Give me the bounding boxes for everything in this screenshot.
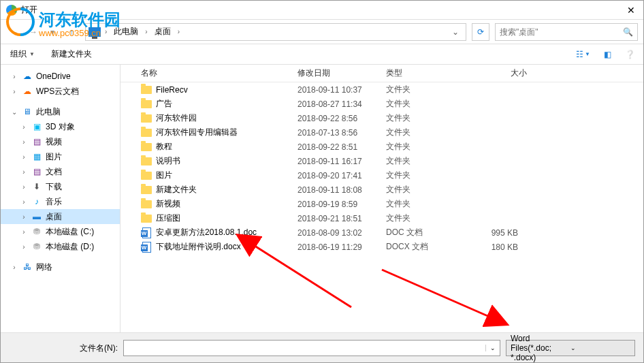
- sidebar-item-label: 图片: [46, 151, 62, 163]
- breadcrumb-thispc[interactable]: 此电脑: [111, 25, 141, 39]
- help-button[interactable]: ❔: [624, 48, 637, 61]
- file-row[interactable]: 新建文件夹2018-09-11 18:08文件夹: [120, 183, 643, 197]
- search-icon[interactable]: 🔍: [623, 27, 633, 37]
- sidebar-item-net[interactable]: ›🖧网络: [1, 259, 120, 274]
- sidebar-item-label: OneDrive: [36, 72, 71, 81]
- filename-input[interactable]: [124, 343, 485, 353]
- col-name[interactable]: 名称: [137, 67, 293, 79]
- expand-icon[interactable]: ›: [20, 213, 28, 221]
- file-type: 文件夹: [382, 112, 464, 124]
- newfolder-button[interactable]: 新建文件夹: [48, 47, 95, 61]
- sidebar-item-3d[interactable]: ›▣3D 对象: [1, 119, 120, 134]
- recent-dropdown[interactable]: ▾: [44, 24, 61, 40]
- sidebar-item-label: 桌面: [46, 211, 62, 223]
- file-name: 图片: [156, 170, 172, 181]
- toolbar: 组织 ▼ 新建文件夹 ☷ ▼ ◧ ❔: [1, 44, 643, 65]
- file-size: 180 KB: [464, 242, 532, 252]
- folder-icon: [141, 170, 152, 181]
- onedrive-icon: ☁: [21, 71, 33, 82]
- sidebar-item-label: 本地磁盘 (D:): [46, 241, 94, 253]
- file-type-filter[interactable]: Word Files(*.doc; *.docx) ⌄: [506, 340, 635, 356]
- file-name: 广告: [156, 98, 172, 110]
- expand-icon[interactable]: ›: [20, 153, 28, 161]
- sidebar-item-video[interactable]: ›▤视频: [1, 134, 120, 149]
- preview-pane[interactable]: ◧: [602, 48, 613, 61]
- expand-icon[interactable]: ›: [20, 138, 28, 146]
- pc-icon: [88, 27, 101, 37]
- file-row[interactable]: 河东软件园2018-09-22 8:56文件夹: [120, 111, 643, 125]
- file-row[interactable]: 河东软件园专用编辑器2018-07-13 8:56文件夹: [120, 125, 643, 140]
- col-size[interactable]: 大小: [464, 67, 532, 79]
- file-type: 文件夹: [382, 212, 464, 224]
- sidebar-item-wps[interactable]: ›☁WPS云文档: [1, 84, 120, 99]
- sidebar-item-onedrive[interactable]: ›☁OneDrive: [1, 69, 120, 84]
- sidebar-item-desktop[interactable]: ›▬桌面: [1, 209, 120, 224]
- file-date: 2018-09-21 18:51: [293, 214, 382, 223]
- expand-icon[interactable]: ›: [10, 88, 18, 95]
- sidebar-item-label: WPS云文档: [36, 86, 79, 97]
- sidebar-item-drive[interactable]: ›⛃本地磁盘 (C:): [1, 224, 120, 239]
- folder-icon: [141, 199, 152, 210]
- filename-combo[interactable]: ⌄: [123, 340, 500, 356]
- file-row[interactable]: 下载地址附件说明.docx2018-06-19 11:29DOCX 文档180 …: [120, 240, 643, 254]
- sidebar-item-label: 本地磁盘 (C:): [46, 226, 94, 238]
- file-name: 新建文件夹: [156, 184, 197, 195]
- breadcrumb-desktop[interactable]: 桌面: [152, 25, 174, 39]
- 3d-icon: ▣: [31, 121, 43, 132]
- filename-dropdown[interactable]: ⌄: [485, 345, 500, 351]
- file-row[interactable]: 广告2018-08-27 11:34文件夹: [120, 97, 643, 111]
- refresh-button[interactable]: ⟳: [472, 23, 489, 41]
- organize-button[interactable]: 组织 ▼: [7, 47, 37, 61]
- sidebar-item-pic[interactable]: ›▦图片: [1, 149, 120, 164]
- sidebar-item-doc[interactable]: ›▤文档: [1, 164, 120, 179]
- file-name: 新视频: [156, 198, 180, 210]
- back-button[interactable]: ←: [6, 24, 22, 40]
- folder-icon: [141, 113, 152, 124]
- file-date: 2018-09-20 17:41: [293, 171, 382, 180]
- file-size: 995 KB: [464, 228, 532, 238]
- file-row[interactable]: 教程2018-09-22 8:51文件夹: [120, 140, 643, 154]
- file-row[interactable]: 安卓更新方法2018.08.1.doc2018-08-09 13:02DOC 文…: [120, 225, 643, 240]
- expand-icon[interactable]: ›: [10, 73, 18, 80]
- sidebar-item-drive[interactable]: ›⛃本地磁盘 (D:): [1, 239, 120, 254]
- close-button[interactable]: ✕: [624, 5, 638, 16]
- view-options[interactable]: ☷ ▼: [575, 48, 592, 61]
- doc-icon: ▤: [31, 166, 43, 177]
- sidebar-item-label: 3D 对象: [46, 121, 75, 133]
- pc-icon: 🖥: [21, 106, 33, 117]
- breadcrumb[interactable]: › 此电脑 › 桌面 › ⌄: [85, 23, 466, 41]
- col-type[interactable]: 类型: [382, 67, 464, 79]
- file-row[interactable]: 说明书2018-09-11 16:17文件夹: [120, 154, 643, 168]
- sidebar-item-label: 文档: [46, 166, 62, 178]
- expand-icon[interactable]: ›: [20, 168, 28, 176]
- expand-icon[interactable]: ›: [20, 123, 28, 131]
- file-row[interactable]: 压缩图2018-09-21 18:51文件夹: [120, 211, 643, 225]
- dl-icon: ⬇: [31, 181, 43, 192]
- newfolder-label: 新建文件夹: [51, 48, 92, 60]
- file-row[interactable]: FileRecv2018-09-11 10:37文件夹: [120, 82, 643, 97]
- expand-icon[interactable]: ›: [20, 243, 28, 251]
- up-button[interactable]: ↑: [63, 24, 80, 40]
- expand-icon[interactable]: ⌄: [10, 108, 18, 116]
- file-date: 2018-09-11 10:37: [293, 85, 382, 95]
- search-input[interactable]: [500, 27, 623, 37]
- file-row[interactable]: 新视频2018-09-19 8:59文件夹: [120, 197, 643, 211]
- navbar: ← → ▾ ↑ › 此电脑 › 桌面 › ⌄ ⟳ 🔍: [1, 20, 643, 44]
- col-date[interactable]: 修改日期: [293, 67, 382, 79]
- file-date: 2018-07-13 8:56: [293, 128, 382, 138]
- expand-icon[interactable]: ›: [20, 183, 28, 191]
- forward-button: →: [25, 24, 42, 40]
- doc-icon: [141, 227, 152, 238]
- sidebar-item-music[interactable]: ›♪音乐: [1, 194, 120, 209]
- file-date: 2018-09-11 18:08: [293, 185, 382, 195]
- breadcrumb-dropdown[interactable]: ⌄: [448, 27, 463, 37]
- search-box[interactable]: 🔍: [495, 23, 638, 41]
- expand-icon[interactable]: ›: [10, 264, 18, 271]
- file-row[interactable]: 图片2018-09-20 17:41文件夹: [120, 168, 643, 183]
- expand-icon[interactable]: ›: [20, 228, 28, 236]
- expand-icon[interactable]: ›: [20, 198, 28, 206]
- sidebar-item-pc[interactable]: ⌄🖥此电脑: [1, 104, 120, 119]
- sidebar-item-dl[interactable]: ›⬇下载: [1, 179, 120, 194]
- file-list: FileRecv2018-09-11 10:37文件夹广告2018-08-27 …: [120, 82, 643, 332]
- titlebar: 打开 ✕: [1, 1, 643, 20]
